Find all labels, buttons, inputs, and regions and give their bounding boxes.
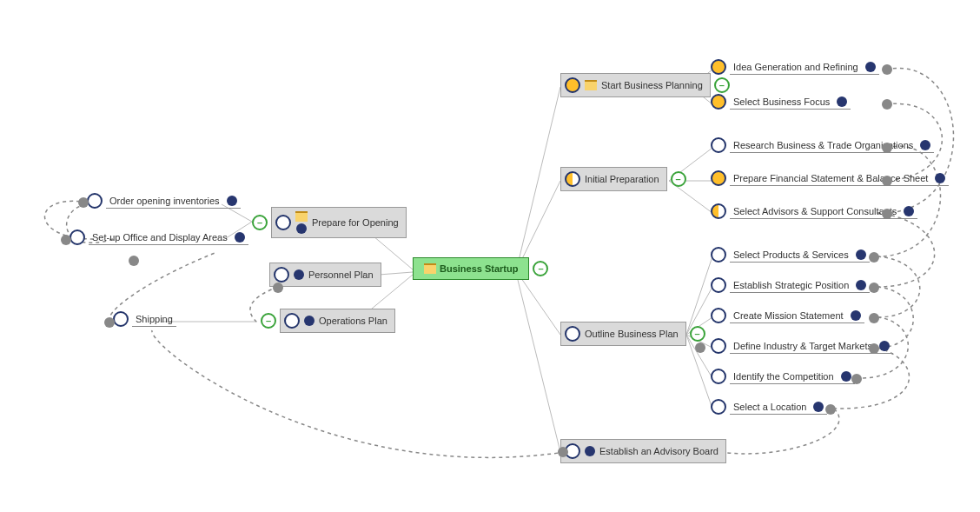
task-icon bbox=[565, 77, 580, 93]
expand-toggle[interactable]: – bbox=[252, 215, 268, 230]
note-icon bbox=[585, 80, 597, 90]
task-icon bbox=[70, 229, 85, 245]
task-icon bbox=[711, 59, 726, 75]
leaf-label: Create Mission Statement bbox=[733, 310, 844, 321]
marker-icon bbox=[837, 96, 847, 107]
marker-icon bbox=[227, 196, 237, 206]
leaf-mission[interactable]: Create Mission Statement bbox=[711, 308, 864, 323]
relation-dot bbox=[869, 343, 879, 354]
relation-dot bbox=[695, 342, 705, 353]
task-icon bbox=[274, 267, 289, 283]
node-label: Personnel Plan bbox=[308, 269, 374, 280]
task-icon bbox=[113, 311, 129, 327]
relation-dot bbox=[825, 404, 836, 415]
relation-dot bbox=[558, 447, 568, 457]
marker-icon bbox=[904, 206, 914, 216]
marker-icon bbox=[304, 316, 315, 326]
svg-line-5 bbox=[517, 272, 560, 335]
node-label: Outline Business Plan bbox=[585, 329, 679, 339]
expand-toggle[interactable]: – bbox=[714, 77, 730, 93]
node-advisory[interactable]: Establish an Advisory Board bbox=[560, 439, 726, 463]
relation-dot bbox=[882, 143, 892, 153]
node-start[interactable]: Start Business Planning – bbox=[560, 73, 730, 97]
node-operations[interactable]: Operations Plan – bbox=[261, 309, 395, 333]
leaf-label: Prepare Financial Statement & Balance Sh… bbox=[733, 173, 928, 183]
task-icon bbox=[711, 94, 726, 110]
leaf-focus[interactable]: Select Business Focus bbox=[711, 94, 851, 110]
relation-dot bbox=[129, 256, 139, 266]
leaf-idea[interactable]: Idea Generation and Refining bbox=[711, 59, 879, 75]
expand-toggle[interactable]: – bbox=[261, 313, 276, 329]
svg-line-4 bbox=[517, 181, 560, 269]
leaf-label: Shipping bbox=[136, 314, 173, 324]
node-label: Initial Preparation bbox=[585, 174, 659, 184]
mindmap-canvas: Business Startup – Prepare for Opening –… bbox=[0, 0, 980, 512]
leaf-products[interactable]: Select Products & Services bbox=[711, 247, 870, 263]
leaf-label: Set-up Office and Display Areas bbox=[92, 232, 228, 243]
expand-toggle[interactable]: – bbox=[533, 261, 548, 276]
expand-toggle[interactable]: – bbox=[690, 326, 705, 342]
marker-icon bbox=[235, 232, 245, 243]
leaf-shipping[interactable]: Shipping bbox=[113, 311, 176, 327]
relation-dot bbox=[869, 252, 879, 263]
relation-dot bbox=[869, 283, 879, 293]
note-icon bbox=[295, 211, 308, 222]
node-initial[interactable]: Initial Preparation – bbox=[560, 167, 686, 191]
leaf-label: Select a Location bbox=[733, 402, 806, 412]
marker-icon bbox=[813, 402, 824, 412]
leaf-competition[interactable]: Identify the Competition bbox=[711, 369, 855, 384]
marker-icon bbox=[856, 249, 866, 260]
marker-icon bbox=[879, 341, 890, 351]
node-personnel[interactable]: Personnel Plan bbox=[269, 263, 381, 287]
marker-icon bbox=[935, 173, 945, 183]
node-label: Operations Plan bbox=[319, 316, 387, 326]
marker-icon bbox=[296, 223, 307, 234]
relation-dot bbox=[61, 235, 71, 245]
relation-dot bbox=[273, 283, 283, 293]
leaf-location[interactable]: Select a Location bbox=[711, 399, 827, 415]
leaf-label: Identify the Competition bbox=[733, 371, 834, 382]
relation-dot bbox=[851, 374, 862, 384]
relation-dot bbox=[78, 197, 89, 208]
svg-line-3 bbox=[517, 87, 560, 268]
leaf-label: Establish Strategic Position bbox=[733, 280, 849, 290]
leaf-research[interactable]: Research Business & Trade Organizations bbox=[711, 137, 934, 153]
marker-icon bbox=[856, 280, 866, 290]
svg-line-6 bbox=[517, 276, 560, 452]
leaf-finance[interactable]: Prepare Financial Statement & Balance Sh… bbox=[711, 170, 949, 186]
marker-icon bbox=[294, 269, 304, 280]
task-icon bbox=[711, 277, 726, 293]
marker-icon bbox=[585, 446, 595, 456]
root-label: Business Startup bbox=[440, 263, 518, 274]
node-prepare[interactable]: Prepare for Opening – bbox=[252, 207, 407, 238]
task-icon bbox=[711, 137, 726, 153]
leaf-label: Select Products & Services bbox=[733, 249, 849, 260]
task-icon bbox=[711, 203, 726, 219]
marker-icon bbox=[920, 140, 930, 150]
leaf-setup[interactable]: Set-up Office and Display Areas bbox=[70, 229, 248, 245]
relation-dot bbox=[882, 176, 892, 186]
task-icon bbox=[711, 308, 726, 323]
relation-dot bbox=[882, 99, 892, 110]
leaf-label: Select Business Focus bbox=[733, 96, 830, 107]
task-icon bbox=[711, 338, 726, 354]
task-icon bbox=[565, 171, 580, 187]
node-label: Start Business Planning bbox=[601, 80, 703, 90]
root-node[interactable]: Business Startup – bbox=[413, 257, 548, 280]
task-icon bbox=[711, 247, 726, 263]
marker-icon bbox=[865, 62, 876, 72]
task-icon bbox=[284, 313, 300, 329]
leaf-strategic[interactable]: Establish Strategic Position bbox=[711, 277, 870, 293]
task-icon bbox=[275, 215, 291, 230]
expand-toggle[interactable]: – bbox=[671, 171, 686, 187]
relation-dot bbox=[104, 317, 115, 328]
leaf-label: Idea Generation and Refining bbox=[733, 62, 858, 72]
node-outline[interactable]: Outline Business Plan – bbox=[560, 322, 705, 346]
relation-dot bbox=[882, 209, 892, 219]
task-icon bbox=[711, 399, 726, 415]
leaf-inventories[interactable]: Order opening inventories bbox=[87, 193, 241, 209]
leaf-industry[interactable]: Define Industry & Target Markets bbox=[711, 338, 893, 354]
relation-dot bbox=[869, 313, 879, 323]
task-icon bbox=[711, 369, 726, 384]
leaf-label: Select Advisors & Support Consultants bbox=[733, 206, 897, 216]
